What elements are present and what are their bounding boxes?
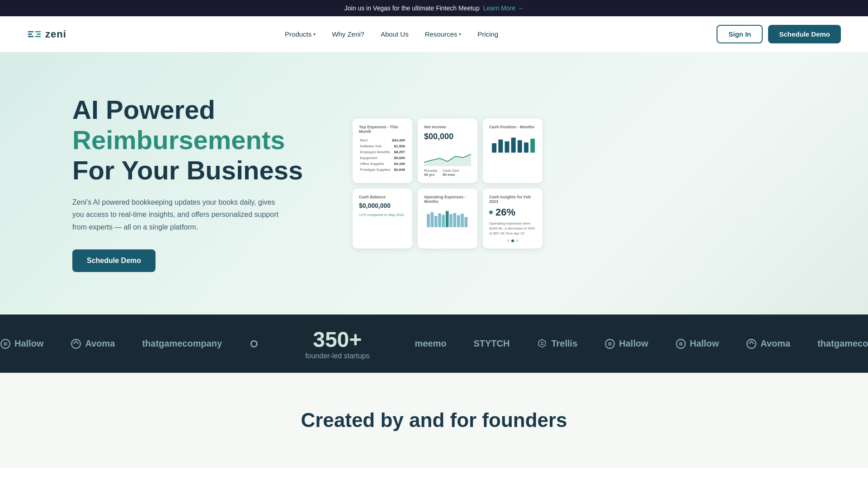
svg-rect-2 bbox=[28, 36, 33, 37]
card-net-income-title: Net Income bbox=[424, 125, 471, 129]
nav-item-pricing[interactable]: Pricing bbox=[477, 30, 498, 38]
table-row: Rent$34,300 bbox=[360, 137, 405, 143]
logos-track: Hallow Avoma thatgamecompany 350+ founde… bbox=[0, 327, 868, 360]
hero-title: AI Powered Reimbursements For Your Busin… bbox=[72, 95, 326, 185]
card-cash-position: Cash Position - Months bbox=[483, 118, 542, 183]
hero-title-line2: Reimbursements bbox=[72, 125, 285, 155]
expenses-table: Rent$34,300 Software Sub$1,526 Employee … bbox=[359, 136, 406, 174]
svg-rect-23 bbox=[457, 215, 460, 227]
hero-title-line3: For Your Business bbox=[72, 155, 303, 185]
table-row: Prototype Supplies$2,649 bbox=[360, 167, 405, 173]
nav-link-resources[interactable]: Resources ▾ bbox=[425, 30, 462, 38]
svg-rect-8 bbox=[498, 139, 503, 152]
svg-point-27 bbox=[4, 342, 8, 346]
card-net-income-value: $00,000 bbox=[424, 132, 471, 141]
top-banner: Join us in Vegas for the ultimate Fintec… bbox=[0, 0, 868, 16]
net-income-chart bbox=[424, 145, 471, 168]
founders-counter: 350+ founder-led startups bbox=[287, 327, 387, 360]
card-cash-balance-title: Cash Balance bbox=[359, 195, 406, 199]
insights-description: Operating expenses were $184.4K, a decre… bbox=[489, 221, 536, 236]
cash-balance-badge: 11% compared to May 2022 bbox=[359, 213, 406, 217]
svg-rect-16 bbox=[431, 212, 434, 227]
card-cash-insights-title: Cash Insights for Feb 2023 bbox=[489, 195, 536, 204]
svg-rect-15 bbox=[427, 214, 430, 227]
svg-point-32 bbox=[679, 342, 683, 346]
svg-rect-5 bbox=[35, 36, 41, 37]
logo-icon bbox=[27, 27, 42, 42]
logo-coda bbox=[249, 338, 260, 349]
svg-rect-7 bbox=[492, 143, 496, 153]
counter-label: founder-led startups bbox=[305, 352, 369, 360]
nav-link-why-zeni[interactable]: Why Zeni? bbox=[332, 30, 364, 38]
svg-rect-17 bbox=[434, 216, 438, 227]
hero-content: AI Powered Reimbursements For Your Busin… bbox=[72, 95, 326, 272]
hero-title-line1: AI Powered bbox=[72, 95, 215, 124]
nav-actions: Sign In Schedule Demo bbox=[717, 25, 841, 43]
logo-stytch: STYTCH bbox=[473, 338, 509, 349]
coda-icon bbox=[249, 338, 260, 349]
nav-item-why-zeni[interactable]: Why Zeni? bbox=[332, 30, 364, 38]
table-row: Office Supplies$4,100 bbox=[360, 161, 405, 167]
card-operating-expenses-title: Operating Expenses - Months bbox=[424, 195, 471, 204]
svg-rect-19 bbox=[442, 215, 445, 227]
svg-rect-1 bbox=[28, 33, 32, 35]
cash-position-chart bbox=[489, 132, 536, 155]
card-operating-expenses: Operating Expenses - Months bbox=[418, 188, 477, 249]
svg-rect-9 bbox=[505, 141, 509, 153]
avoma-icon bbox=[71, 338, 81, 349]
indicator-dot bbox=[489, 211, 493, 214]
nav-item-products[interactable]: Products ▾ bbox=[285, 30, 316, 38]
logos-bar: Hallow Avoma thatgamecompany 350+ founde… bbox=[0, 314, 868, 373]
nav-link-pricing[interactable]: Pricing bbox=[477, 30, 498, 38]
banner-text: Join us in Vegas for the ultimate Fintec… bbox=[344, 5, 480, 12]
logo-trellis: Trellis bbox=[537, 338, 577, 349]
svg-point-30 bbox=[608, 342, 612, 346]
svg-rect-11 bbox=[518, 140, 522, 153]
svg-rect-0 bbox=[28, 31, 33, 32]
hallow-icon-2 bbox=[604, 338, 615, 349]
nav-item-resources[interactable]: Resources ▾ bbox=[425, 30, 462, 38]
svg-rect-18 bbox=[438, 213, 441, 227]
nav-link-products[interactable]: Products ▾ bbox=[285, 30, 316, 38]
logo-avoma: Avoma bbox=[71, 338, 115, 349]
svg-rect-4 bbox=[37, 33, 41, 35]
svg-rect-24 bbox=[461, 214, 464, 227]
logo-avoma-2: Avoma bbox=[746, 338, 790, 349]
logo-meemo: meemo bbox=[415, 338, 446, 349]
section-founders-title: Created by and for founders bbox=[27, 409, 841, 432]
banner-link[interactable]: Learn More → bbox=[483, 5, 524, 12]
logo-hallow-3: Hallow bbox=[675, 338, 719, 349]
nav-item-about[interactable]: About Us bbox=[381, 30, 409, 38]
nav-menu: Products ▾ Why Zeni? About Us Resources … bbox=[285, 30, 498, 38]
operating-expenses-chart bbox=[424, 206, 471, 229]
chevron-down-icon: ▾ bbox=[459, 32, 461, 37]
net-income-sub: Runway00 yrs Cash Zeni00 mos bbox=[424, 169, 471, 177]
svg-rect-20 bbox=[446, 211, 449, 227]
hero-cta-button[interactable]: Schedule Demo bbox=[72, 249, 156, 272]
schedule-demo-button[interactable]: Schedule Demo bbox=[768, 25, 841, 43]
svg-rect-25 bbox=[465, 217, 468, 227]
svg-rect-10 bbox=[511, 137, 516, 152]
svg-rect-22 bbox=[453, 213, 457, 227]
table-row: Equipment$5,600 bbox=[360, 155, 405, 161]
table-row: Software Sub$1,526 bbox=[360, 143, 405, 149]
hallow-icon bbox=[0, 338, 11, 349]
hero-section: AI Powered Reimbursements For Your Busin… bbox=[0, 52, 868, 314]
card-top-expenses-title: Top Expenses - This Month bbox=[359, 125, 406, 134]
card-cash-balance: Cash Balance $0,000,000 11% compared to … bbox=[353, 188, 412, 249]
card-net-income: Net Income $00,000 Runway00 yrs Cash Zen… bbox=[418, 118, 477, 183]
logo[interactable]: zeni bbox=[27, 27, 66, 42]
counter-number: 350+ bbox=[305, 327, 369, 352]
logo-hallow: Hallow bbox=[0, 338, 43, 349]
nav-link-about[interactable]: About Us bbox=[381, 30, 409, 38]
table-row: Employee Benefits$8,257 bbox=[360, 149, 405, 155]
navbar: zeni Products ▾ Why Zeni? About Us Resou… bbox=[0, 16, 868, 52]
insights-value: 26% bbox=[495, 206, 515, 218]
svg-rect-13 bbox=[530, 139, 535, 153]
logo-thatgamecompany-2: thatgamecompany bbox=[817, 338, 868, 349]
svg-rect-3 bbox=[35, 31, 41, 32]
carousel-dots bbox=[489, 239, 536, 242]
svg-rect-21 bbox=[449, 214, 453, 227]
signin-button[interactable]: Sign In bbox=[717, 25, 763, 43]
card-cash-balance-value: $0,000,000 bbox=[359, 202, 406, 209]
